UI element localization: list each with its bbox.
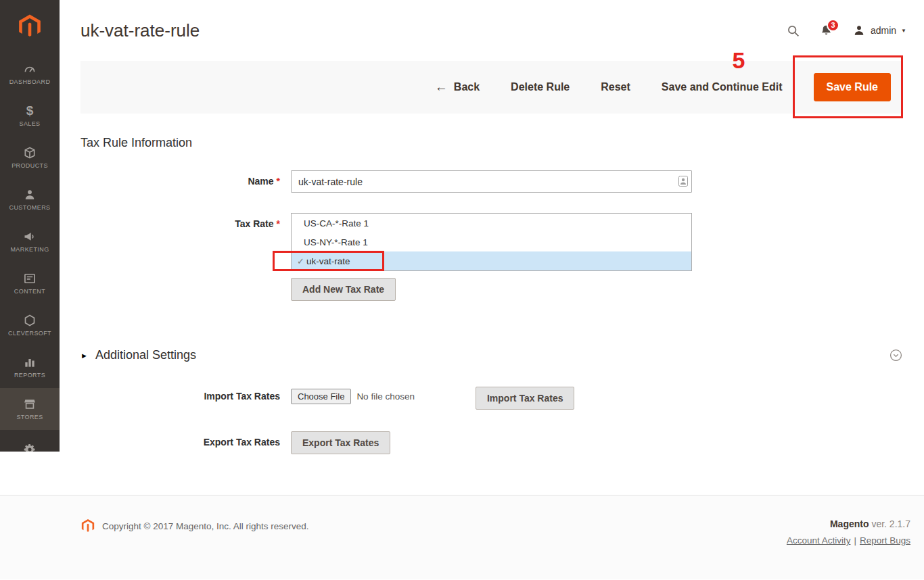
option-label: US-CA-*-Rate 1 [304,218,369,228]
save-and-continue-button[interactable]: Save and Continue Edit [662,81,783,93]
copyright-text: Copyright © 2017 Magento, Inc. All right… [102,521,309,531]
notification-count-badge: 3 [827,19,839,32]
sidebar-item-sales[interactable]: $ SALES [0,95,60,137]
save-rule-wrapper: Save Rule 5 [814,73,891,101]
import-tax-rates-row: Import Tax Rates Choose File No file cho… [80,387,902,410]
back-arrow-icon: ← [435,82,448,93]
sidebar-item-content[interactable]: CONTENT [0,262,60,304]
gear-icon [23,443,37,452]
option-label: uk-vat-rate [306,256,350,266]
sidebar-item-reports[interactable]: REPORTS [0,346,60,388]
notifications-bell-icon[interactable]: 3 [819,24,833,38]
marketing-megaphone-icon [23,230,37,243]
content-area: Tax Rule Information Name* Tax Rate* [60,136,924,454]
report-bugs-link[interactable]: Report Bugs [860,535,910,546]
customers-person-icon [23,188,37,201]
required-marker: * [277,218,280,229]
chevron-down-icon: ▼ [901,28,906,34]
sales-dollar-icon: $ [26,104,34,118]
sidebar-item-label: CUSTOMERS [9,204,51,211]
choose-file-button[interactable]: Choose File [291,389,351,404]
magento-logo-icon [17,14,43,39]
link-separator: | [854,535,856,546]
sidebar-item-label: MARKETING [10,246,49,253]
sidebar-item-marketing[interactable]: MARKETING [0,220,60,262]
sidebar-item-products[interactable]: PRODUCTS [0,137,60,178]
checkmark-icon: ✓ [297,256,304,266]
tax-rate-row: Tax Rate* US-CA-*-Rate 1 US-NY-*-Rate 1 … [80,213,902,271]
sidebar-item-system[interactable] [0,430,60,452]
tax-rate-option[interactable]: US-NY-*-Rate 1 [292,233,691,251]
tax-rate-option-selected[interactable]: ✓ uk-vat-rate [292,251,691,270]
sidebar-item-label: DASHBOARD [9,78,51,85]
back-button[interactable]: ← Back [435,81,480,93]
cleversoft-cube-icon [23,314,37,327]
sidebar-item-label: PRODUCTS [11,162,48,169]
required-marker: * [277,176,280,187]
section-title: Tax Rule Information [80,136,902,150]
name-input[interactable] [291,170,692,193]
triangle-right-icon: ► [80,352,88,360]
sidebar-item-label: CONTENT [14,288,45,295]
reset-button[interactable]: Reset [601,81,630,93]
import-tax-rates-button[interactable]: Import Tax Rates [476,387,575,410]
delete-rule-button[interactable]: Delete Rule [511,81,570,93]
admin-user-menu[interactable]: admin ▼ [852,24,906,37]
magento-footer-logo-icon [80,518,95,533]
additional-settings-toggle[interactable]: ► Additional Settings [80,348,902,362]
name-label: Name* [80,170,291,187]
reports-chart-icon [23,356,37,369]
sidebar-item-label: SALES [19,120,40,127]
footer: Copyright © 2017 Magento, Inc. All right… [0,495,924,579]
tax-rate-label: Tax Rate* [80,213,291,229]
sidebar-item-cleversoft[interactable]: CLEVERSOFT [0,304,60,346]
footer-links: Account Activity|Report Bugs [787,535,910,546]
collapse-chevron-icon[interactable] [890,349,902,362]
avatar-icon [852,24,866,37]
sidebar-item-label: REPORTS [14,372,45,379]
sidebar-item-dashboard[interactable]: DASHBOARD [0,53,60,95]
dashboard-icon [23,62,37,76]
search-icon[interactable] [786,24,800,38]
name-row: Name* [80,170,902,193]
import-tax-rates-label: Import Tax Rates [80,387,291,402]
add-tax-rate-row: Add New Tax Rate [80,278,902,301]
magento-brand-text: Magento [830,518,869,529]
content-frame-icon [23,272,37,285]
sidebar-item-label: STORES [16,414,43,420]
add-new-tax-rate-button[interactable]: Add New Tax Rate [291,278,396,301]
export-tax-rates-button[interactable]: Export Tax Rates [291,431,390,454]
export-tax-rates-row: Export Tax Rates Export Tax Rates [80,431,902,454]
page-title: uk-vat-rate-rule [80,20,200,41]
save-rule-button[interactable]: Save Rule [814,73,891,101]
products-box-icon [23,146,37,160]
additional-settings-title: Additional Settings [95,348,196,362]
main-area: uk-vat-rate-rule 3 admin ▼ ← Back Delete… [60,0,924,454]
sidebar: DASHBOARD $ SALES PRODUCTS CUSTOMERS MAR… [0,0,60,452]
sidebar-item-label: CLEVERSOFT [8,330,51,337]
version-line: Magento ver. 2.1.7 [787,518,910,529]
stores-shop-icon [23,397,37,411]
magento-logo[interactable] [0,0,60,53]
username-label: admin [871,25,896,36]
no-file-chosen-text: No file chosen [356,391,415,402]
tax-rate-multiselect: US-CA-*-Rate 1 US-NY-*-Rate 1 ✓ uk-vat-r… [291,213,692,271]
header-controls: 3 admin ▼ [786,24,906,38]
sidebar-item-customers[interactable]: CUSTOMERS [0,178,60,220]
option-label: US-NY-*-Rate 1 [304,237,368,247]
page-header: uk-vat-rate-rule 3 admin ▼ [60,0,924,61]
version-text: ver. 2.1.7 [869,518,910,529]
export-tax-rates-label: Export Tax Rates [80,431,291,448]
sidebar-item-stores[interactable]: STORES [0,388,60,430]
account-activity-link[interactable]: Account Activity [787,535,851,546]
page-actions-toolbar: ← Back Delete Rule Reset Save and Contin… [80,61,902,114]
tax-rate-option[interactable]: US-CA-*-Rate 1 [292,214,691,233]
